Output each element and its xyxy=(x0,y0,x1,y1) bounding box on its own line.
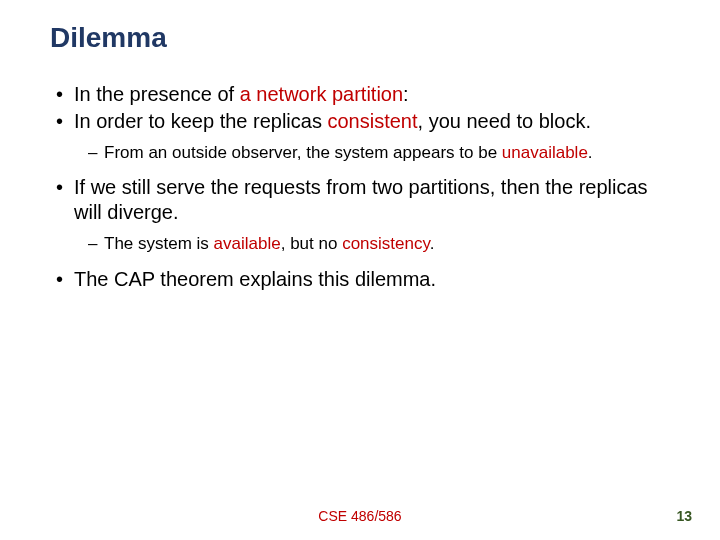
text: The CAP theorem explains this dilemma. xyxy=(74,268,436,290)
footer-course: CSE 486/586 xyxy=(0,508,720,524)
slide: Dilemma In the presence of a network par… xyxy=(0,0,720,292)
highlight-text: unavailable xyxy=(502,143,588,162)
bullet-level2: From an outside observer, the system app… xyxy=(88,142,670,163)
highlight-text: consistency xyxy=(342,234,430,253)
bullet-level1: In the presence of a network partition: xyxy=(56,82,670,107)
text: From an outside observer, the system app… xyxy=(104,143,502,162)
text: In the presence of xyxy=(74,83,240,105)
slide-title: Dilemma xyxy=(50,22,670,54)
slide-number: 13 xyxy=(676,508,692,524)
text: . xyxy=(588,143,593,162)
text: The system is xyxy=(104,234,214,253)
bullet-level1: The CAP theorem explains this dilemma. xyxy=(56,267,670,292)
text: If we still serve the requests from two … xyxy=(74,176,648,223)
bullet-level1: If we still serve the requests from two … xyxy=(56,175,670,225)
bullet-level1: In order to keep the replicas consistent… xyxy=(56,109,670,134)
highlight-text: available xyxy=(214,234,281,253)
text: , but no xyxy=(281,234,342,253)
highlight-text: a network partition xyxy=(240,83,403,105)
text: . xyxy=(430,234,435,253)
text: , you need to block. xyxy=(418,110,591,132)
text: In order to keep the replicas xyxy=(74,110,327,132)
bullet-level2: The system is available, but no consiste… xyxy=(88,233,670,254)
text: : xyxy=(403,83,409,105)
highlight-text: consistent xyxy=(327,110,417,132)
